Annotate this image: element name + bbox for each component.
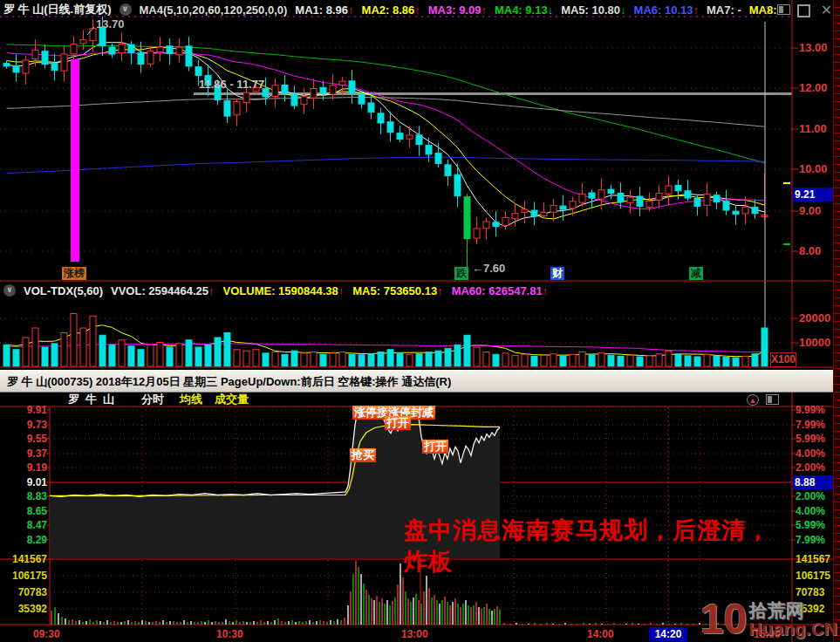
ma-value: MA1: 8.96↑ <box>295 3 353 17</box>
minute-left-price: 9.37 <box>3 447 47 460</box>
minute-vol-label-left: 141567 <box>3 553 47 565</box>
volume-indicator-value: MA60: 626547.81↑ <box>452 284 549 297</box>
trend-arrow-icon: ↑ <box>414 3 420 17</box>
volume-axis-value: 10000 <box>799 336 830 349</box>
volume-indicator-value: MA5: 753650.13↑ <box>352 284 442 297</box>
ma-value: MA6: 10.13↑ <box>634 3 699 17</box>
ma-value: MA2: 8.86↑ <box>362 3 420 17</box>
minute-vol-label-left: 70783 <box>3 586 47 598</box>
daily-axis-price: 12.00 <box>799 81 828 94</box>
daily-axis-price: 13.00 <box>799 41 828 54</box>
minute-panel-icon[interactable] <box>766 394 779 405</box>
close-button[interactable]: ✕ <box>820 4 833 17</box>
minute-left-price: 9.91 <box>3 404 47 416</box>
event-badge: 抢买 <box>350 448 376 462</box>
minute-left-price: 8.29 <box>3 534 47 546</box>
split-panel-icon[interactable] <box>777 4 790 15</box>
watermark-logo: 10 <box>700 600 747 639</box>
minute-crosshair-price-box: 8.88 <box>793 475 833 489</box>
daily-axis-price: 10.00 <box>799 162 828 175</box>
ma-value: MA4: 9.13↓ <box>495 3 553 17</box>
scale-up-icon[interactable]: ▲ <box>747 394 759 406</box>
diamond-icon[interactable]: ◇ <box>762 3 771 16</box>
daily-event-marker: 财 <box>550 267 564 280</box>
volume-values-row: VVOL: 2594464.25↑VOLUME: 1590844.38↑MA5:… <box>111 284 557 297</box>
watermark-name: 拾荒网 <box>749 601 838 619</box>
ma-value: MA3: 9.09↑ <box>428 3 487 17</box>
tdx-app-window: 13.7011.86 - 11.77←7.60 罗 牛 山(日线.前复权) ∨ … <box>0 0 840 642</box>
minute-right-percent: 9.99% <box>796 404 839 416</box>
volume-indicator-value: VOLUME: 1590844.38↑ <box>223 284 345 297</box>
tab-junxian[interactable]: 均线 <box>180 392 202 407</box>
volume-pane-header: ∨ VOL-TDX(5,60) VVOL: 2594464.25↑VOLUME:… <box>0 283 833 297</box>
trend-arrow-icon: ↑ <box>543 284 549 297</box>
daily-axis-price: 8.00 <box>799 244 821 257</box>
minute-right-percent: 7.99% <box>796 419 839 431</box>
minute-stock-name: 罗牛山 <box>68 392 120 407</box>
trend-arrow-icon: ↑ <box>338 284 345 297</box>
annotation-line1: 盘中消息海南赛马规划，后澄清， <box>404 517 770 543</box>
ma-value: MA7: - <box>707 3 741 17</box>
minute-left-price: 9.73 <box>3 419 47 431</box>
annotation-line2: 炸板 <box>404 549 453 575</box>
minute-window-titlebar: 罗 牛 山(000735) 2018年12月05日 星期三 PageUp/Dow… <box>0 370 833 393</box>
minute-left-price: 8.65 <box>3 505 47 517</box>
minute-left-price: 9.19 <box>3 461 47 474</box>
trend-arrow-icon: ↑ <box>481 3 487 17</box>
event-badge: 打开 <box>385 416 411 430</box>
minute-left-price: 9.01 <box>3 476 47 488</box>
minute-left-price: 9.55 <box>3 433 47 445</box>
ma-values-row: MA1: 8.96↑MA2: 8.86↑MA3: 9.09↑MA4: 9.13↓… <box>295 3 791 17</box>
time-axis-label: 09:30 <box>33 628 60 640</box>
collapse-volume-icon[interactable]: ∨ <box>3 284 16 297</box>
minute-right-percent: 4.00% <box>796 447 839 460</box>
watermark-site: Huang.CN <box>749 619 838 638</box>
minute-right-percent: 2.00% <box>796 461 839 474</box>
trend-arrow-icon: ↑ <box>437 284 443 297</box>
trend-arrow-icon: ↓ <box>548 3 554 17</box>
minute-vol-label-left: 35392 <box>3 603 47 615</box>
minute-crosshair-time-box: 14:20 <box>649 627 687 641</box>
minute-vol-label-left: 106175 <box>3 570 47 582</box>
trend-arrow-icon: ↑ <box>693 3 700 17</box>
daily-event-marker: 跌 <box>454 267 468 280</box>
svg-text:←7.60: ←7.60 <box>472 262 505 275</box>
minute-right-percent: 2.00% <box>796 490 839 502</box>
minute-chart-header: 罗牛山 分时 均线 成交量 <box>0 393 833 406</box>
trend-arrow-icon: ↓ <box>620 3 626 17</box>
daily-axis-price: 9.00 <box>799 204 821 217</box>
volume-unit-label: X100 <box>770 352 796 367</box>
collapse-indicator-icon[interactable]: ∨ <box>120 3 132 16</box>
stock-title: 罗 牛 山(日线.前复权) <box>3 2 112 17</box>
trend-arrow-icon: ↑ <box>208 284 215 297</box>
ma-value: MA5: 10.80↓ <box>561 3 625 17</box>
indicator-params: MA4(5,10,20,60,120,250,0,0) <box>140 3 288 17</box>
minute-right-percent: 5.99% <box>796 433 839 445</box>
maximize-button[interactable] <box>797 4 810 17</box>
volume-indicator-value: VVOL: 2594464.25↑ <box>111 284 215 297</box>
volume-indicator-name: VOL-TDX(5,60) <box>24 284 103 297</box>
daily-axis-price: 11.00 <box>799 122 827 135</box>
svg-text:11.86 - 11.77: 11.86 - 11.77 <box>199 78 264 91</box>
daily-crosshair-price-box: 9.21 <box>793 188 833 201</box>
site-watermark: 10 拾荒网 Huang.CN <box>700 600 837 639</box>
annotation-text: 盘中消息海南赛马规划，后澄清， 炸板 <box>404 515 823 577</box>
daily-chart-header: 罗 牛 山(日线.前复权) ∨ MA4(5,10,20,60,120,250,0… <box>0 2 833 17</box>
minute-left-price: 8.47 <box>3 519 47 531</box>
tab-chengjiaoliang[interactable]: 成交量 <box>215 392 249 407</box>
daily-event-marker: 涨榜 <box>62 267 86 280</box>
minute-vol-label-right: 70783 <box>796 586 839 598</box>
svg-text:13.70: 13.70 <box>96 17 125 31</box>
time-axis-label: 10:30 <box>216 628 243 640</box>
time-axis-label: 13:00 <box>401 628 428 640</box>
time-axis-label: 14:00 <box>587 628 614 640</box>
trend-arrow-icon: ↑ <box>348 3 354 17</box>
daily-event-marker: 减 <box>689 267 703 280</box>
event-badge: 打开 <box>422 440 448 454</box>
tab-fenshi[interactable]: 分时 <box>141 392 164 407</box>
minute-left-price: 8.83 <box>3 490 47 502</box>
volume-axis-value: 20000 <box>799 311 830 324</box>
